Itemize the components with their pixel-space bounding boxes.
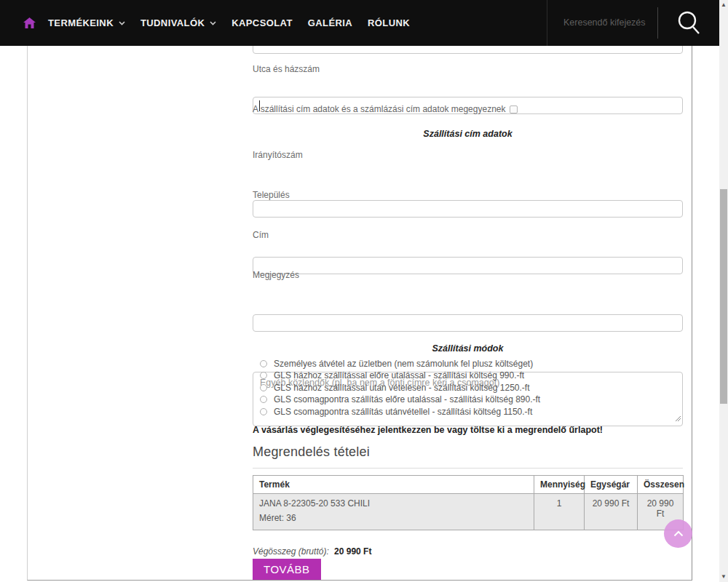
order-items-table: Termék Mennyiség Egységár Összesen JANA …	[253, 475, 684, 530]
chevron-down-icon	[119, 21, 125, 25]
quantity-cell: 1	[534, 494, 585, 530]
street-label: Utca és házszám	[253, 64, 683, 74]
product-cell: JANA 8-22305-20 533 CHILI Méret: 36	[253, 494, 534, 530]
search-input[interactable]: Keresendő kifejezés	[563, 17, 646, 28]
grand-total-label: Végösszeg (bruttó):	[253, 546, 329, 557]
nav-items: TERMÉKEINK TUDNIVALÓK KAPCSOLAT GALÉRIA …	[48, 17, 425, 28]
shipping-methods-title: Szállítási módok	[253, 343, 683, 354]
shipping-option-gls-home-cod[interactable]: GLS házhoz szállítással után vételesen -…	[260, 383, 530, 393]
content-panel: Utca és házszám A szállítási cím adatok …	[27, 46, 692, 581]
chevron-up-icon	[673, 530, 684, 537]
nav-item-label: TUDNIVALÓK	[141, 17, 205, 28]
shipping-option-label: GLS házhoz szállítással előre utalással …	[274, 370, 524, 380]
search-icon	[676, 10, 701, 36]
note-label: Megjegyzés	[253, 270, 683, 280]
product-name: JANA 8-22305-20 533 CHILI	[259, 498, 528, 509]
scroll-to-top-button[interactable]	[664, 519, 692, 548]
col-header-total: Összesen	[638, 476, 684, 494]
same-address-checkbox[interactable]	[510, 105, 518, 113]
same-address-label: A szállítási cím adatok és a számlázási …	[253, 104, 506, 114]
shipping-option-label: GLS csomagpontra szállítás előre utaláss…	[274, 394, 540, 404]
shipping-option-label: GLS csomagpontra szállítás utánvétellel …	[274, 407, 532, 417]
shipping-option-gls-point-prepaid[interactable]: GLS csomagpontra szállítás előre utaláss…	[260, 394, 540, 404]
col-header-quantity: Mennyiség	[534, 476, 585, 494]
grand-total-line: Végösszeg (bruttó): 20 990 Ft	[253, 546, 683, 557]
nav-item-label: KAPCSOLAT	[232, 17, 293, 28]
scrollbar-down-arrow-icon[interactable]: ▼	[719, 573, 728, 581]
address-input[interactable]	[253, 314, 683, 332]
search-area: Keresendő kifejezés	[547, 0, 719, 46]
product-size: Méret: 36	[259, 513, 528, 523]
checkout-form: Utca és házszám A szállítási cím adatok …	[253, 46, 683, 191]
unit-price-cell: 20 990 Ft	[585, 494, 638, 530]
nav-item-galeria[interactable]: GALÉRIA	[308, 17, 352, 28]
order-items-title: Megrendelés tételei	[253, 445, 683, 469]
shipping-option-label: Személyes átvétel az üzletben (nem számo…	[274, 359, 533, 369]
city-label: Település	[253, 190, 683, 200]
home-icon	[23, 17, 36, 28]
nav-item-label: GALÉRIA	[308, 17, 352, 28]
col-header-product: Termék	[253, 476, 534, 494]
search-button[interactable]	[667, 6, 711, 40]
resize-handle-icon[interactable]	[675, 412, 681, 425]
chevron-down-icon	[210, 21, 216, 25]
shipping-option-pickup[interactable]: Személyes átvétel az üzletben (nem számo…	[260, 359, 533, 369]
radio-icon[interactable]	[260, 396, 267, 403]
grand-total-value: 20 990 Ft	[334, 546, 371, 557]
scrollbar-thumb[interactable]	[720, 189, 727, 404]
vertical-scrollbar[interactable]: ▲ ▼	[719, 0, 728, 582]
col-header-unit-price: Egységár	[585, 476, 638, 494]
nav-item-label: TERMÉKEINK	[48, 17, 114, 28]
radio-icon[interactable]	[260, 408, 267, 415]
nav-item-rolunk[interactable]: RÓLUNK	[368, 17, 410, 28]
shipping-option-gls-home-prepaid[interactable]: GLS házhoz szállítással előre utalással …	[260, 370, 524, 380]
main-nav-bar: TERMÉKEINK TUDNIVALÓK KAPCSOLAT GALÉRIA …	[0, 0, 719, 46]
zip-label: Irányítószám	[253, 150, 683, 160]
radio-icon[interactable]	[260, 384, 267, 391]
home-button[interactable]	[23, 17, 36, 28]
nav-item-termekeink[interactable]: TERMÉKEINK	[48, 17, 125, 28]
table-row: JANA 8-22305-20 533 CHILI Méret: 36 1 20…	[253, 494, 684, 530]
radio-icon[interactable]	[260, 360, 267, 367]
nav-item-tudnivalok[interactable]: TUDNIVALÓK	[141, 17, 216, 28]
shipping-option-gls-point-cod[interactable]: GLS csomagpontra szállítás utánvétellel …	[260, 407, 532, 417]
shipping-option-label: GLS házhoz szállítással után vételesen -…	[274, 383, 530, 393]
nav-item-label: RÓLUNK	[368, 17, 410, 28]
scrollbar-up-arrow-icon[interactable]: ▲	[719, 1, 728, 9]
shipping-section-title: Szállítási cím adatok	[253, 129, 683, 139]
address-label: Cím	[253, 230, 683, 240]
radio-icon[interactable]	[260, 372, 267, 379]
login-notice: A vásárlás véglegesítéséhez jelentkezzen…	[253, 425, 683, 435]
divider	[657, 7, 658, 39]
same-address-row: A szállítási cím adatok és a számlázási …	[253, 104, 683, 114]
nav-item-kapcsolat[interactable]: KAPCSOLAT	[232, 17, 293, 28]
zip-input[interactable]	[253, 200, 683, 218]
table-header-row: Termék Mennyiség Egységár Összesen	[253, 476, 684, 494]
next-button[interactable]: TOVÁBB	[253, 559, 321, 580]
